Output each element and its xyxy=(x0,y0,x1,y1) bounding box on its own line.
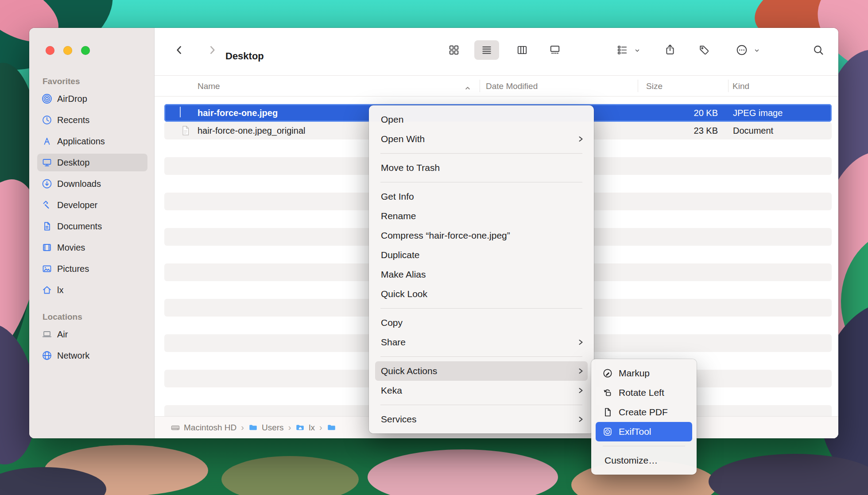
list-view-button[interactable] xyxy=(474,40,499,60)
menu-item-label: Keka xyxy=(381,385,402,396)
sidebar-item-airdrop[interactable]: AirDrop xyxy=(37,90,147,108)
menu-item-label: Compress “hair-force-one.jpeg” xyxy=(381,230,510,241)
menu-item-move-to-trash[interactable]: Move to Trash xyxy=(375,158,588,178)
path-item-folder[interactable] xyxy=(327,423,340,433)
menu-item-share[interactable]: Share xyxy=(375,333,588,352)
menu-item-quick-actions[interactable]: Quick Actions xyxy=(375,361,588,381)
sidebar-item-developer[interactable]: Developer xyxy=(37,196,147,214)
forward-button[interactable] xyxy=(206,44,218,56)
path-item-label: Macintosh HD xyxy=(184,423,236,433)
menu-item-copy[interactable]: Copy xyxy=(375,313,588,333)
film-icon xyxy=(42,242,52,253)
sidebar-item-label: lx xyxy=(57,285,63,295)
menu-separator xyxy=(380,405,582,405)
file-size: 20 KB xyxy=(694,104,718,122)
jpeg-thumbnail xyxy=(180,107,191,119)
grid-view-button[interactable] xyxy=(442,40,466,60)
column-header-size[interactable]: Size xyxy=(646,76,663,97)
submenu-item-customize[interactable]: Customize… xyxy=(596,451,692,470)
path-item-users[interactable]: Users xyxy=(248,423,284,433)
sidebar-item-desktop[interactable]: Desktop xyxy=(37,154,147,171)
grid-view-icon xyxy=(448,44,460,56)
sidebar-item-recents[interactable]: Recents xyxy=(37,111,147,129)
chevron-down-icon[interactable] xyxy=(634,47,640,54)
sidebar-item-label: Recents xyxy=(57,115,89,125)
menu-item-label: Rename xyxy=(381,211,416,221)
file-size: 23 KB xyxy=(694,122,718,139)
sidebar-item-movies[interactable]: Movies xyxy=(37,239,147,256)
clock-icon xyxy=(42,115,52,125)
column-view-icon xyxy=(516,44,528,56)
sort-ascending-icon xyxy=(465,84,471,90)
exiftool-icon xyxy=(602,426,613,437)
column-header-name[interactable]: Name xyxy=(198,76,220,97)
submenu-item-rotate-left[interactable]: Rotate Left xyxy=(596,383,692,402)
file-name: hair-force-one.jpeg_original xyxy=(198,122,305,139)
menu-item-label: Services xyxy=(381,414,417,425)
menu-item-rename[interactable]: Rename xyxy=(375,206,588,226)
sidebar-item-applications[interactable]: Applications xyxy=(37,132,147,150)
menu-item-services[interactable]: Services xyxy=(375,410,588,429)
column-view-button[interactable] xyxy=(510,40,535,60)
chevron-right-icon xyxy=(577,367,584,375)
sidebar-item-documents[interactable]: Documents xyxy=(37,217,147,235)
minimize-window-button[interactable] xyxy=(63,46,72,55)
search-icon[interactable] xyxy=(813,44,824,56)
submenu-item-label: Markup xyxy=(619,368,650,379)
sidebar-item-network[interactable]: Network xyxy=(37,347,147,364)
path-item-label: Users xyxy=(262,423,284,433)
sidebar-item-downloads[interactable]: Downloads xyxy=(37,175,147,193)
sidebar-item-pictures[interactable]: Pictures xyxy=(37,260,147,278)
chevron-right-icon xyxy=(577,416,584,423)
rotate-left-icon xyxy=(602,387,613,398)
menu-item-label: Move to Trash xyxy=(381,162,440,173)
more-circle-icon[interactable] xyxy=(736,44,748,56)
share-icon[interactable] xyxy=(664,44,676,55)
sidebar-item-lx[interactable]: lx xyxy=(37,281,147,299)
menu-item-label: Open xyxy=(381,114,403,125)
home-folder-icon xyxy=(295,423,305,433)
tag-icon[interactable] xyxy=(698,44,710,56)
sidebar-item-label: Downloads xyxy=(57,179,101,189)
sidebar-item-label: Pictures xyxy=(57,264,89,274)
column-header-kind[interactable]: Kind xyxy=(732,76,749,97)
chevron-down-icon[interactable] xyxy=(754,47,760,54)
gallery-view-button[interactable] xyxy=(542,40,567,60)
sidebar: Favorites AirDrop Recents Applications D… xyxy=(29,28,155,438)
menu-separator xyxy=(603,446,685,446)
applications-icon xyxy=(42,136,52,147)
menu-item-open[interactable]: Open xyxy=(375,110,588,129)
menu-item-label: Copy xyxy=(381,317,403,328)
document-file-icon xyxy=(180,125,191,136)
close-window-button[interactable] xyxy=(46,46,54,55)
sidebar-item-label: Documents xyxy=(57,221,102,232)
submenu-item-create-pdf[interactable]: Create PDF xyxy=(596,402,692,422)
window-controls xyxy=(46,46,90,55)
folder-icon xyxy=(248,423,258,433)
menu-item-get-info[interactable]: Get Info xyxy=(375,187,588,206)
sidebar-item-label: Applications xyxy=(57,136,105,147)
downloads-icon xyxy=(42,178,52,189)
path-item-macintosh-hd[interactable]: Macintosh HD xyxy=(170,423,236,433)
zoom-window-button[interactable] xyxy=(81,46,90,55)
path-item-lx[interactable]: lx xyxy=(295,423,315,433)
menu-item-keka[interactable]: Keka xyxy=(375,381,588,400)
menu-item-open-with[interactable]: Open With xyxy=(375,129,588,149)
group-by-icon[interactable] xyxy=(616,44,628,56)
menu-item-label: Quick Actions xyxy=(381,366,437,376)
back-button[interactable] xyxy=(174,44,185,56)
menu-item-duplicate[interactable]: Duplicate xyxy=(375,245,588,265)
sidebar-item-air[interactable]: Air xyxy=(37,325,147,343)
file-name: hair-force-one.jpeg xyxy=(198,104,278,122)
submenu-item-markup[interactable]: Markup xyxy=(596,364,692,383)
hard-drive-icon xyxy=(170,423,180,433)
chevron-right-icon xyxy=(577,135,584,143)
menu-item-make-alias[interactable]: Make Alias xyxy=(375,265,588,284)
column-header-date-modified[interactable]: Date Modified xyxy=(486,76,538,97)
menu-item-compress[interactable]: Compress “hair-force-one.jpeg” xyxy=(375,226,588,245)
sidebar-item-label: Desktop xyxy=(57,158,89,168)
sidebar-section-favorites: Favorites xyxy=(43,76,154,87)
markup-icon xyxy=(602,367,613,379)
menu-item-quick-look[interactable]: Quick Look xyxy=(375,284,588,304)
submenu-item-exiftool[interactable]: ExifTool xyxy=(596,422,692,441)
